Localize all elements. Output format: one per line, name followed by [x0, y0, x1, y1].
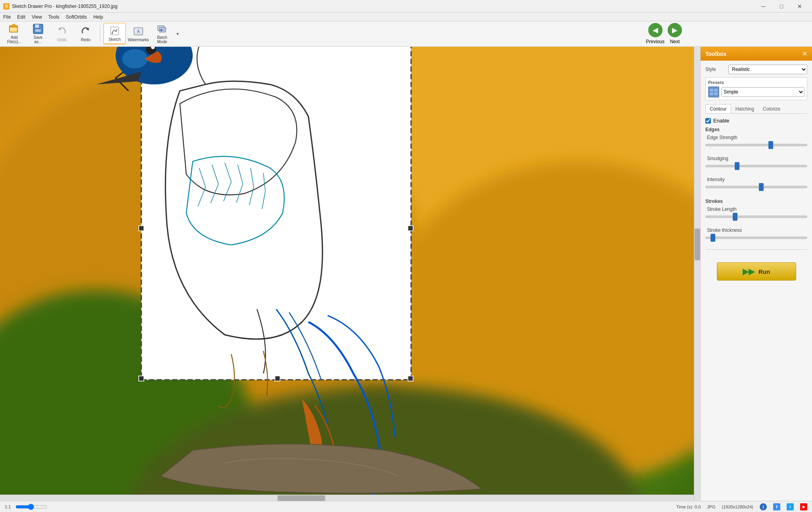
watermarks-button[interactable]: A Watermarks — [127, 23, 149, 44]
svg-rect-34 — [710, 89, 713, 92]
redo-icon — [80, 26, 91, 37]
watermarks-label: Watermarks — [128, 38, 149, 42]
undo-icon — [56, 26, 67, 37]
menu-view[interactable]: View — [29, 13, 45, 21]
batch-label: Batch Mode — [157, 35, 167, 44]
redo-label: Redo — [81, 38, 90, 42]
next-nav[interactable]: ▶ Next — [668, 23, 682, 44]
svg-rect-28 — [275, 376, 280, 381]
toolbox-body: Style Realistic Presets — [701, 61, 812, 501]
svg-rect-25 — [139, 225, 144, 231]
run-button[interactable]: ▶▶ Run — [717, 262, 796, 281]
svg-text:A: A — [137, 29, 140, 34]
sketch-label: Sketch — [109, 37, 121, 42]
statusbar: 1:1 Time (s): 0.0 JPG (1920x1280x24) i f… — [0, 501, 812, 512]
intensity-slider[interactable] — [705, 186, 807, 188]
redo-button[interactable]: Redo — [75, 23, 97, 44]
canvas-area[interactable] — [0, 47, 700, 501]
svg-rect-4 — [35, 29, 41, 32]
run-container: ▶▶ Run — [705, 254, 807, 288]
vertical-scrollbar[interactable] — [694, 47, 700, 501]
menubar: File Edit View Tools SoftOrbits Help — [0, 13, 812, 21]
menu-file[interactable]: File — [0, 13, 14, 21]
social-icon-1[interactable]: f — [773, 503, 780, 510]
smudging-slider[interactable] — [705, 165, 807, 167]
style-label: Style — [705, 67, 725, 72]
edge-strength-section: Edge Strength — [705, 135, 807, 151]
previous-label: Previous — [646, 39, 665, 44]
toolbar-separator-1 — [100, 25, 100, 42]
batch-icon — [157, 23, 168, 34]
previous-nav[interactable]: ◀ Previous — [646, 23, 665, 44]
edge-strength-label: Edge Strength — [705, 135, 807, 140]
previous-icon: ◀ — [648, 23, 663, 37]
social-icon-2[interactable]: t — [787, 503, 794, 510]
presets-row: Simple — [708, 86, 804, 97]
save-as-button[interactable]: Save as... — [27, 23, 49, 44]
run-arrow-icon: ▶▶ — [743, 267, 755, 276]
stroke-length-section: Stroke Length — [705, 206, 807, 223]
strokes-label: Strokes — [705, 199, 807, 204]
enable-row: Enable — [705, 118, 807, 124]
save-label: Save as... — [34, 35, 43, 44]
edges-section: Edges Edge Strength Smudging — [705, 127, 807, 193]
toolbar: Add File(s)... Save as... Undo — [0, 21, 812, 47]
stroke-thickness-label: Stroke thickness — [705, 227, 807, 233]
menu-softorbits[interactable]: SoftOrbits — [63, 13, 90, 21]
svg-rect-37 — [714, 92, 718, 95]
info-icon[interactable]: i — [760, 503, 767, 510]
sketch-button[interactable]: Sketch — [103, 23, 126, 44]
undo-button[interactable]: Undo — [51, 23, 73, 44]
stroke-thickness-slider[interactable] — [705, 237, 807, 239]
tab-colorize[interactable]: Colorize — [758, 104, 785, 113]
horizontal-scrollbar[interactable] — [0, 495, 694, 501]
smudging-slider-track — [705, 162, 807, 172]
style-row: Style Realistic — [705, 65, 807, 74]
presets-label: Presets — [708, 80, 804, 85]
statusbar-left: 1:1 — [5, 504, 47, 510]
strokes-section: Strokes Stroke Length Stroke thickness — [705, 199, 807, 244]
menu-help[interactable]: Help — [90, 13, 106, 21]
enable-checkbox[interactable] — [705, 118, 711, 124]
zoom-slider[interactable] — [15, 504, 47, 510]
menu-edit[interactable]: Edit — [14, 13, 29, 21]
toolbox-title: Toolbox — [705, 51, 726, 57]
minimize-button[interactable]: ─ — [754, 0, 772, 13]
maximize-button[interactable]: □ — [772, 0, 791, 13]
stroke-length-slider[interactable] — [705, 216, 807, 218]
batch-mode-button[interactable]: Batch Mode — [151, 23, 173, 44]
stroke-length-label: Stroke Length — [705, 206, 807, 212]
tab-hatching[interactable]: Hatching — [731, 104, 758, 113]
toolbox-close-button[interactable]: ✕ — [802, 50, 807, 57]
menu-tools[interactable]: Tools — [45, 13, 63, 21]
svg-rect-15 — [160, 30, 163, 31]
smudging-label: Smudging — [705, 156, 807, 161]
toolbox-divider — [705, 249, 807, 250]
edge-strength-slider[interactable] — [705, 144, 807, 146]
presets-select[interactable]: Simple — [722, 87, 804, 97]
style-select[interactable]: Realistic — [728, 65, 807, 74]
svg-point-31 — [122, 49, 148, 69]
intensity-section: Intensity — [705, 177, 807, 193]
add-files-label: Add File(s)... — [7, 35, 21, 44]
svg-rect-1 — [10, 27, 17, 32]
sketch-icon — [109, 25, 120, 36]
watermarks-icon: A — [133, 26, 144, 37]
svg-rect-35 — [714, 89, 718, 92]
titlebar-controls: ─ □ ✕ — [754, 0, 809, 13]
statusbar-right: Time (s): 0.0 JPG (1920x1280x24) i f t ▶ — [676, 503, 807, 510]
app-icon: S — [3, 3, 10, 10]
tab-contour[interactable]: Contour — [705, 104, 731, 113]
svg-point-9 — [112, 33, 113, 34]
add-files-button[interactable]: Add File(s)... — [3, 23, 25, 44]
edge-strength-slider-track — [705, 141, 807, 151]
svg-rect-5 — [39, 25, 40, 27]
enable-label: Enable — [713, 118, 729, 124]
close-button[interactable]: ✕ — [791, 0, 809, 13]
social-icon-3[interactable]: ▶ — [800, 503, 807, 510]
time-status: Time (s): 0.0 — [676, 504, 701, 509]
toolbar-dropdown: ▼ — [176, 32, 180, 36]
smudging-section: Smudging — [705, 156, 807, 172]
canvas-background — [0, 47, 700, 501]
svg-rect-27 — [139, 376, 144, 381]
